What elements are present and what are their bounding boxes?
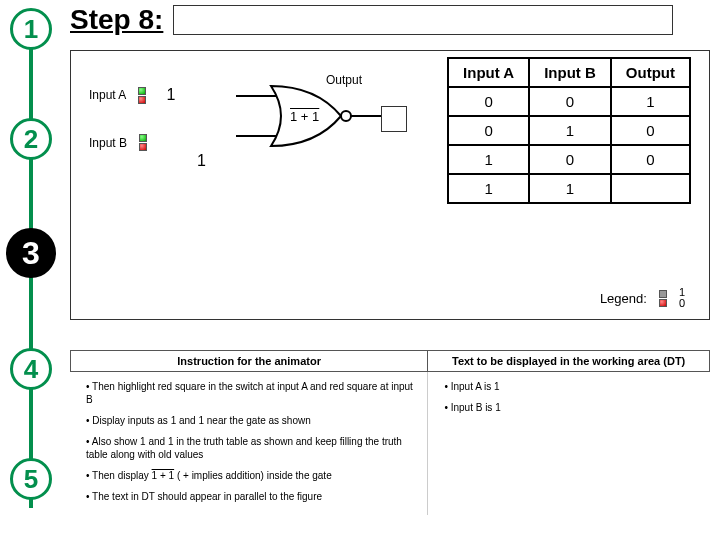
led-red-icon bbox=[139, 143, 147, 151]
svg-point-0 bbox=[341, 111, 351, 121]
step-1[interactable]: 1 bbox=[10, 8, 52, 50]
main-area: Input A 1 Input B 1 1 + 1 Output bbox=[70, 50, 710, 320]
legend-switch bbox=[659, 290, 667, 307]
list-item: Then display 1 + 1 ( + implies addition)… bbox=[78, 469, 419, 482]
header: Step 8: bbox=[70, 4, 673, 36]
gate-area: 1 + 1 Output bbox=[236, 81, 416, 165]
led-green-icon bbox=[138, 87, 146, 95]
led-red-icon bbox=[659, 299, 667, 307]
gate-output-box bbox=[381, 106, 407, 132]
input-a-row: Input A 1 bbox=[89, 86, 175, 104]
list-item: Then highlight red square in the switch … bbox=[78, 380, 419, 406]
header-box bbox=[173, 5, 673, 35]
stepper: 1 2 3 4 5 bbox=[8, 8, 54, 532]
led-red-icon bbox=[138, 96, 146, 104]
legend-label: Legend: bbox=[600, 291, 647, 306]
step-4[interactable]: 4 bbox=[10, 348, 52, 390]
list-item: The text in DT should appear in parallel… bbox=[78, 490, 419, 503]
led-grey-icon bbox=[659, 290, 667, 298]
instructions-body: Then highlight red square in the switch … bbox=[70, 372, 710, 515]
instructions-header: Instruction for the animator Text to be … bbox=[70, 350, 710, 372]
list-item: Also show 1 and 1 in the truth table as … bbox=[78, 435, 419, 461]
instructions-right: Input A is 1 Input B is 1 bbox=[428, 372, 710, 515]
table-row: 11 bbox=[448, 174, 690, 203]
table-row: 100 bbox=[448, 145, 690, 174]
gate-output-label: Output bbox=[326, 73, 362, 87]
switch-a[interactable] bbox=[138, 87, 146, 104]
instructions-panel: Instruction for the animator Text to be … bbox=[70, 350, 710, 515]
step-3[interactable]: 3 bbox=[6, 228, 56, 278]
led-green-icon bbox=[139, 134, 147, 142]
legend-values: 1 0 bbox=[679, 287, 685, 309]
table-row: 001 bbox=[448, 87, 690, 116]
input-b-row: Input B bbox=[89, 134, 175, 151]
switch-b[interactable] bbox=[139, 134, 147, 151]
step-5[interactable]: 5 bbox=[10, 458, 52, 500]
list-item: Input B is 1 bbox=[436, 401, 702, 414]
th-input-a: Input A bbox=[448, 58, 529, 87]
instructions-right-title: Text to be displayed in the working area… bbox=[428, 351, 709, 371]
inputs-block: Input A 1 Input B 1 bbox=[89, 86, 175, 181]
th-output: Output bbox=[611, 58, 690, 87]
table-row: 010 bbox=[448, 116, 690, 145]
list-item: Input A is 1 bbox=[436, 380, 702, 393]
step-2[interactable]: 2 bbox=[10, 118, 52, 160]
th-input-b: Input B bbox=[529, 58, 611, 87]
instructions-left-title: Instruction for the animator bbox=[71, 351, 428, 371]
legend: Legend: 1 0 bbox=[600, 287, 685, 309]
table-header-row: Input A Input B Output bbox=[448, 58, 690, 87]
gate-expression: 1 + 1 bbox=[290, 109, 319, 124]
step-title: Step 8: bbox=[70, 4, 163, 36]
input-a-label: Input A bbox=[89, 88, 126, 102]
truth-table: Input A Input B Output 001 010 100 11 bbox=[447, 57, 691, 204]
input-a-value: 1 bbox=[166, 86, 175, 104]
input-b-label: Input B bbox=[89, 136, 127, 150]
list-item: Display inputs as 1 and 1 near the gate … bbox=[78, 414, 419, 427]
input-b-value: 1 bbox=[197, 152, 206, 170]
instructions-left: Then highlight red square in the switch … bbox=[70, 372, 428, 515]
